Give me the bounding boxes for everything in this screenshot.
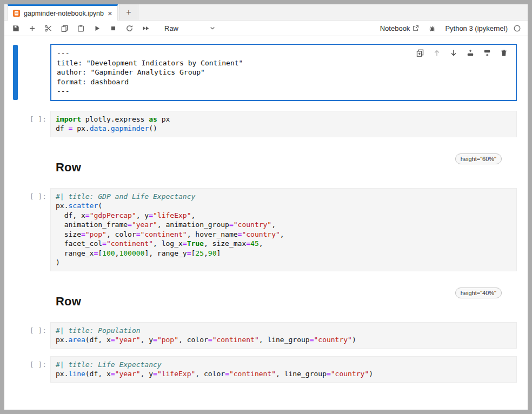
tab-bar: gapminder-notebook.ipynb × + — [4, 4, 528, 21]
cell-prompt — [18, 153, 50, 178]
save-icon — [12, 24, 20, 32]
cell-editor[interactable]: #| title: Life Expectancy px.line(df, x=… — [50, 356, 517, 383]
open-in-new-icon[interactable] — [412, 24, 420, 32]
stop-button[interactable] — [105, 22, 121, 35]
window-frame: gapminder-notebook.ipynb × + Raw Noteboo… — [0, 0, 532, 414]
cell-editor[interactable]: #| title: GDP and Life Expectancy px.sca… — [50, 188, 517, 271]
height-attribute-badge: height="60%" — [455, 153, 502, 164]
debugger-bug-icon[interactable] — [428, 24, 436, 32]
cell-collapser[interactable] — [13, 112, 18, 136]
fast-forward-icon — [142, 24, 150, 32]
notebook-content: --- title: "Development Indicators by Co… — [4, 36, 528, 410]
cut-icon — [44, 24, 52, 32]
code-cell: [ ]:#| title: Population px.area(df, x="… — [13, 322, 522, 349]
delete-cell-button[interactable] — [499, 48, 508, 57]
kernel-name[interactable]: Python 3 (ipykernel) — [445, 24, 508, 32]
insert-above-cell-button[interactable] — [466, 48, 475, 57]
cell-source: import plotly.express as px df = px.data… — [56, 115, 511, 133]
paste-button[interactable] — [72, 22, 89, 35]
restart-icon — [125, 24, 134, 32]
chevron-down-icon — [209, 24, 216, 32]
new-tab-button[interactable]: + — [119, 4, 138, 20]
cell-toolbar — [415, 48, 508, 57]
cut-button[interactable] — [40, 22, 56, 35]
cell-prompt: [ ]: — [18, 356, 50, 383]
duplicate-cell-button[interactable] — [415, 48, 424, 57]
cell-editor[interactable]: import plotly.express as px df = px.data… — [50, 111, 517, 137]
cell-prompt: [ ]: — [18, 111, 50, 137]
row-heading: Row — [56, 161, 511, 175]
cell-source: #| title: GDP and Life Expectancy px.sca… — [56, 192, 511, 268]
fast-forward-button[interactable] — [137, 22, 154, 35]
add-icon — [28, 24, 36, 32]
cell-collapser[interactable] — [13, 289, 18, 311]
raw-cell: --- title: "Development Indicators by Co… — [13, 44, 522, 101]
tab-gapminder-notebook[interactable]: gapminder-notebook.ipynb × — [8, 4, 118, 21]
jupyterlab-window: gapminder-notebook.ipynb × + Raw Noteboo… — [4, 4, 528, 410]
markdown-cell: Rowheight="40%" — [13, 288, 522, 312]
code-cell: [ ]:#| title: Life Expectancy px.line(df… — [13, 356, 522, 383]
cell-editor[interactable]: --- title: "Development Indicators by Co… — [50, 44, 517, 101]
markdown-rendered[interactable]: Rowheight="40%" — [50, 288, 517, 312]
code-cell: [ ]:import plotly.express as px df = px.… — [13, 111, 522, 137]
markdown-cell: Rowheight="60%" — [13, 153, 522, 178]
cell-prompt: [ ]: — [18, 188, 50, 271]
cell-type-value: Raw — [164, 24, 178, 32]
copy-icon — [61, 24, 69, 32]
cell-source: #| title: Population px.area(df, x="year… — [56, 326, 511, 345]
markdown-rendered[interactable]: Rowheight="60%" — [50, 153, 517, 178]
cell-editor[interactable]: #| title: Population px.area(df, x="year… — [50, 322, 517, 349]
toolbar-right: Notebook Python 3 (ipykernel) — [380, 24, 521, 32]
kernel-status-icon[interactable] — [513, 24, 521, 32]
cell-collapser[interactable] — [13, 323, 18, 348]
cell-prompt — [18, 44, 50, 101]
copy-button[interactable] — [56, 22, 72, 35]
move-up-cell-button — [432, 48, 441, 57]
cell-prompt — [18, 288, 50, 312]
restart-button[interactable] — [121, 22, 137, 35]
cell-collapser[interactable] — [13, 189, 18, 270]
row-heading: Row — [56, 295, 511, 309]
cell-type-dropdown[interactable]: Raw — [161, 24, 220, 32]
tab-title: gapminder-notebook.ipynb — [24, 10, 104, 17]
cell-collapser[interactable] — [13, 45, 18, 100]
cell-prompt: [ ]: — [18, 322, 50, 349]
toolbar-buttons — [8, 22, 154, 35]
notebook-file-icon — [13, 10, 20, 17]
close-icon[interactable]: × — [108, 9, 112, 17]
notebook-toolbar: Raw Notebook Python 3 (ipykernel) — [4, 21, 528, 36]
add-button[interactable] — [24, 22, 40, 35]
height-attribute-badge: height="40%" — [455, 288, 502, 298]
run-icon — [93, 24, 101, 32]
cell-source: #| title: Life Expectancy px.line(df, x=… — [56, 360, 511, 379]
move-down-cell-button[interactable] — [449, 48, 458, 57]
cell-collapser[interactable] — [13, 357, 18, 382]
paste-icon — [77, 24, 85, 32]
save-button[interactable] — [8, 22, 24, 35]
stop-icon — [109, 24, 117, 32]
code-cell: [ ]:#| title: GDP and Life Expectancy px… — [13, 188, 522, 271]
notebook-panel-link[interactable]: Notebook — [380, 24, 410, 32]
cell-collapser[interactable] — [13, 155, 18, 177]
insert-below-cell-button[interactable] — [482, 48, 491, 57]
run-button[interactable] — [89, 22, 105, 35]
